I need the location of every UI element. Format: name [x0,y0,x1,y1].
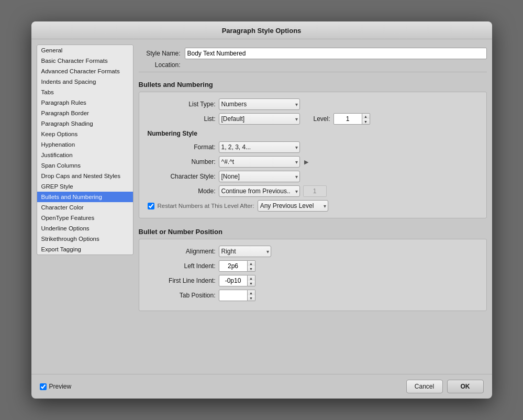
preview-check: Preview [40,383,72,390]
format-select[interactable]: 1, 2, 3, 4... [219,141,300,153]
list-label: List: [148,115,216,123]
number-select-wrapper: ^#.^t [219,156,300,168]
sidebar-item-underline[interactable]: Underline Options [37,223,133,234]
left-indent-input[interactable] [219,260,248,272]
mode-row: Mode: Continue from Previous... [148,185,478,197]
first-line-indent-spinner: ▲ ▼ [219,275,255,286]
sidebar-item-span-columns[interactable]: Span Columns [37,160,133,171]
number-select[interactable]: ^#.^t [219,156,300,168]
position-panel: Alignment: Right Left Indent: ▲ ▼ [139,239,487,311]
level-spinner: ▲ ▼ [333,113,370,125]
tab-position-decrement[interactable]: ▼ [248,295,255,301]
preview-checkbox[interactable] [40,383,47,390]
dialog-footer: Preview Cancel OK [31,374,492,399]
level-input[interactable] [333,113,362,125]
sidebar-item-para-border[interactable]: Paragraph Border [37,108,133,118]
sidebar-item-drop-caps[interactable]: Drop Caps and Nested Styles [37,171,133,181]
left-indent-label: Left Indent: [148,262,216,270]
sidebar-item-para-rules[interactable]: Paragraph Rules [37,97,133,108]
location-row: Location: [139,60,487,70]
list-type-select-wrapper: Numbers [219,98,300,110]
sidebar-item-justification[interactable]: Justification [37,150,133,160]
alignment-row: Alignment: Right [148,246,478,257]
level-decrement-btn[interactable]: ▼ [362,119,370,124]
preview-label: Preview [49,383,72,390]
tab-position-input[interactable] [219,290,248,301]
restart-checkbox[interactable] [148,203,154,209]
number-arrow-btn[interactable]: ▶ [303,159,309,165]
char-style-row: Character Style: [None] [148,171,478,182]
first-line-indent-buttons: ▲ ▼ [248,275,255,286]
mode-controls: Continue from Previous... [219,185,327,197]
left-indent-increment[interactable]: ▲ [248,261,255,266]
list-select[interactable]: [Default] [219,113,300,125]
list-type-select[interactable]: Numbers [219,98,300,110]
sidebar-item-advanced-char[interactable]: Advanced Character Formats [37,66,133,76]
bullets-panel: List Type: Numbers List: [Default] Lev [139,92,487,218]
alignment-label: Alignment: [148,248,216,255]
first-line-indent-label: First Line Indent: [148,277,216,284]
char-style-label: Character Style: [148,173,216,180]
sidebar-item-general[interactable]: General [37,45,133,56]
list-row: List: [Default] Level: ▲ ▼ [148,113,478,125]
level-label: Level: [314,115,330,123]
prev-level-wrapper: Any Previous Level [258,200,328,212]
main-content: Style Name: Location: Bullets and Number… [139,45,487,369]
position-section-title: Bullet or Number Position [139,228,487,236]
restart-label: Restart Numbers at This Level After: [158,203,254,209]
first-line-indent-increment[interactable]: ▲ [248,275,255,281]
sidebar-item-opentype[interactable]: OpenType Features [37,213,133,223]
format-row: Format: 1, 2, 3, 4... [148,141,478,153]
sidebar-item-grep[interactable]: GREP Style [37,181,133,192]
sidebar-item-char-color[interactable]: Character Color [37,202,133,213]
level-increment-btn[interactable]: ▲ [362,114,370,119]
format-label: Format: [148,143,216,151]
format-select-wrapper: 1, 2, 3, 4... [219,141,300,153]
dialog-title-bar: Paragraph Style Options [31,21,492,39]
mode-select[interactable]: Continue from Previous... [219,185,300,197]
mode-label: Mode: [148,187,216,195]
sidebar-item-bullets[interactable]: Bullets and Numbering [37,192,133,202]
tab-position-label: Tab Position: [148,292,216,299]
sidebar-item-keep-options[interactable]: Keep Options [37,129,133,139]
location-label: Location: [139,61,181,69]
tab-position-buttons: ▲ ▼ [248,290,255,301]
style-name-input[interactable] [185,48,487,59]
numbering-style-title: Numbering Style [148,130,478,137]
first-line-indent-input[interactable] [219,275,248,286]
sidebar-item-hyphenation[interactable]: Hyphenation [37,139,133,150]
sidebar-item-strikethrough[interactable]: Strikethrough Options [37,234,133,244]
first-line-indent-decrement[interactable]: ▼ [248,281,255,286]
bullets-section-title: Bullets and Numbering [139,81,487,89]
left-indent-buttons: ▲ ▼ [248,260,255,272]
ok-button[interactable]: OK [447,380,484,393]
cancel-button[interactable]: Cancel [406,380,443,393]
char-style-select[interactable]: [None] [219,171,300,182]
restart-row: Restart Numbers at This Level After: Any… [148,200,478,212]
section-divider-1 [139,72,487,72]
list-select-wrapper: [Default] [219,113,300,125]
sidebar-item-indents[interactable]: Indents and Spacing [37,76,133,87]
number-row: Number: ^#.^t ▶ [148,156,478,168]
number-label: Number: [148,158,216,165]
list-type-row: List Type: Numbers [148,98,478,110]
prev-level-select[interactable]: Any Previous Level [258,200,328,212]
dialog-body: General Basic Character Formats Advanced… [31,39,492,374]
sidebar-item-para-shading[interactable]: Paragraph Shading [37,118,133,129]
dialog-title: Paragraph Style Options [222,27,302,35]
left-indent-decrement[interactable]: ▼ [248,266,255,271]
alignment-select[interactable]: Right [219,246,271,257]
mode-num-input [303,185,327,197]
left-indent-spinner: ▲ ▼ [219,260,255,272]
alignment-select-wrapper: Right [219,246,271,257]
mode-select-wrapper: Continue from Previous... [219,185,300,197]
tab-position-increment[interactable]: ▲ [248,290,255,295]
first-line-indent-row: First Line Indent: ▲ ▼ [148,275,478,286]
sidebar-item-basic-char[interactable]: Basic Character Formats [37,56,133,66]
sidebar-item-export[interactable]: Export Tagging [37,244,133,255]
tab-position-spinner: ▲ ▼ [219,290,255,301]
list-type-label: List Type: [148,101,216,108]
left-indent-row: Left Indent: ▲ ▼ [148,260,478,272]
sidebar-item-tabs[interactable]: Tabs [37,87,133,97]
paragraph-style-dialog: Paragraph Style Options General Basic Ch… [31,21,492,399]
